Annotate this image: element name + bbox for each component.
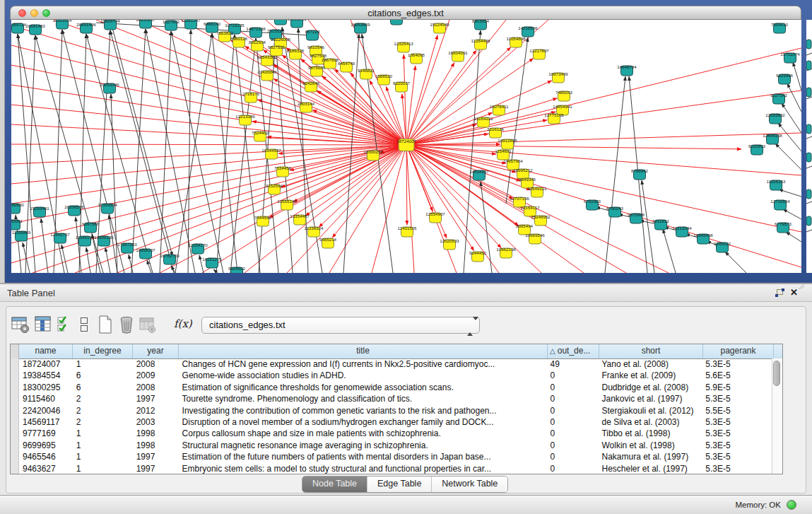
function-builder-icon[interactable]: f(x) — [174, 317, 192, 330]
table-cell[interactable]: Corpus callosum shape and size in male p… — [179, 428, 547, 439]
table-cell[interactable]: 1998 — [133, 440, 179, 451]
citation-edge-red[interactable] — [406, 145, 447, 238]
create-table-icon[interactable] — [96, 315, 114, 334]
table-cell[interactable]: 9463627 — [19, 463, 73, 474]
column-header-pagerank[interactable]: pagerank — [703, 344, 774, 358]
table-cell[interactable]: 49 — [547, 358, 599, 370]
table-cell[interactable]: 1998 — [133, 428, 179, 439]
table-row[interactable]: 1830029562008Estimation of significance … — [11, 382, 772, 393]
table-cell[interactable]: 1 — [73, 440, 133, 451]
tab-network-table[interactable]: Network Table — [432, 477, 507, 492]
citation-edge-black[interactable] — [783, 209, 801, 219]
table-cell[interactable]: 0 — [547, 382, 599, 393]
table-cell[interactable]: 0 — [547, 440, 599, 451]
show-columns-icon[interactable] — [34, 315, 52, 334]
citation-edge-black[interactable] — [663, 229, 676, 273]
table-cell[interactable]: 1997 — [133, 451, 179, 462]
table-cell[interactable]: 5.3E-5 — [702, 463, 772, 474]
table-cell[interactable]: 0 — [547, 416, 599, 428]
table-cell[interactable]: 1 — [73, 463, 133, 474]
tab-edge-table[interactable]: Edge Table — [367, 477, 432, 492]
table-cell[interactable]: 5.3E-5 — [702, 416, 772, 428]
row-height-icon[interactable] — [79, 315, 89, 334]
table-cell[interactable]: 2008 — [133, 382, 179, 393]
table-cell[interactable]: 5.3E-5 — [702, 358, 772, 370]
table-cell[interactable]: Disruption of a novel member of a sodium… — [179, 416, 547, 428]
table-cell[interactable]: 18724007 — [19, 358, 73, 370]
table-cell[interactable]: 19384554 — [19, 370, 73, 381]
citation-edge-red[interactable] — [406, 145, 801, 267]
citation-edge-red[interactable] — [305, 145, 406, 216]
column-header-title[interactable]: title — [179, 344, 548, 358]
column-header-short[interactable]: short — [599, 344, 703, 358]
table-cell[interactable]: Estimation of significance thresholds fo… — [179, 382, 547, 393]
table-cell[interactable]: 0 — [547, 370, 599, 381]
float-panel-icon[interactable] — [775, 288, 785, 298]
citation-edge-black[interactable] — [642, 180, 654, 273]
citation-edge-red[interactable] — [11, 144, 406, 145]
citation-edge-black[interactable] — [111, 94, 117, 273]
table-cell[interactable]: 2012 — [133, 405, 179, 416]
network-canvas[interactable]: 9355724206814831133161420691406158247441… — [11, 20, 801, 273]
table-cell[interactable]: 9699695 — [19, 440, 73, 451]
table-cell[interactable]: Tourette syndrome. Phenomenology and cla… — [179, 393, 547, 404]
table-row[interactable]: 1872400712008Changes of HCN gene express… — [11, 358, 772, 370]
column-header-in-degree[interactable]: in_degree — [73, 344, 133, 358]
citation-edge-red[interactable] — [11, 105, 406, 145]
delete-table-icon[interactable] — [117, 315, 136, 334]
citation-edge-black[interactable] — [213, 269, 218, 273]
table-cell[interactable]: Hescheler et al. (1997) — [598, 463, 702, 474]
citation-edge-black[interactable] — [230, 38, 256, 273]
table-cell[interactable]: Franke et al. (2009) — [598, 370, 702, 381]
node-table[interactable]: name in_degree year title △out_de... sho… — [10, 344, 783, 474]
citation-edge-black[interactable] — [298, 28, 308, 273]
citation-edge-red[interactable] — [11, 145, 406, 204]
citation-edge-black[interactable] — [105, 247, 110, 273]
select-rows-icon[interactable] — [57, 315, 72, 334]
citation-edge-black[interactable] — [110, 20, 172, 256]
table-cell[interactable]: Nakamura et al. (1997) — [598, 451, 702, 462]
table-body[interactable]: 1872400712008Changes of HCN gene express… — [11, 358, 772, 474]
table-cell[interactable]: Genome-wide association studies in ADHD. — [179, 370, 547, 381]
citation-edge-red[interactable] — [406, 145, 474, 251]
table-scrollbar[interactable] — [772, 358, 782, 474]
table-cell[interactable]: 0 — [547, 463, 599, 474]
table-cell[interactable]: 5.9E-5 — [702, 382, 772, 393]
network-window-titlebar[interactable]: citations_edges.txt — [10, 6, 801, 20]
citation-edge-red[interactable] — [319, 145, 406, 227]
table-cell[interactable]: 5.3E-5 — [702, 440, 772, 451]
table-cell[interactable]: 0 — [547, 451, 599, 462]
citation-edge-red[interactable] — [406, 50, 476, 145]
table-cell[interactable]: Embryonic stem cells: a model to study s… — [179, 463, 547, 474]
table-cell[interactable]: 1 — [73, 358, 133, 370]
memory-status-indicator[interactable] — [787, 500, 796, 510]
table-row[interactable]: 1456911722003Disruption of a novel membe… — [11, 416, 772, 428]
table-row[interactable]: 946554611997Estimation of the future num… — [11, 451, 772, 462]
table-cell[interactable]: 5.5E-5 — [702, 405, 772, 416]
table-cell[interactable]: Yano et al. (2008) — [598, 358, 702, 370]
citation-edge-black[interactable] — [464, 30, 481, 273]
column-header-year[interactable]: year — [133, 344, 179, 358]
table-cell[interactable]: 5.3E-5 — [702, 428, 772, 439]
table-cell[interactable]: de Silva et al. (2003) — [598, 416, 702, 428]
citation-edge-red[interactable] — [11, 124, 406, 145]
table-cell[interactable]: Estimation of the future numbers of pati… — [179, 451, 547, 462]
table-cell[interactable]: 2 — [73, 405, 133, 416]
table-cell[interactable]: 0 — [547, 393, 599, 404]
table-cell[interactable]: 18300295 — [19, 382, 73, 393]
graph-node[interactable] — [275, 20, 287, 25]
table-cell[interactable]: 2003 — [133, 416, 179, 428]
table-cell[interactable]: 9465546 — [19, 451, 73, 462]
table-cell[interactable]: 1997 — [133, 393, 179, 404]
citation-edge-red[interactable] — [406, 59, 534, 145]
table-cell[interactable]: 0 — [547, 428, 599, 439]
citation-edge-black[interactable] — [86, 247, 90, 273]
table-cell[interactable]: 1 — [73, 451, 133, 462]
citation-edge-red[interactable] — [406, 145, 414, 273]
table-cell[interactable]: 2 — [73, 393, 133, 404]
citation-edge-black[interactable] — [787, 83, 801, 112]
close-panel-icon[interactable]: ✕ — [790, 287, 798, 298]
table-cell[interactable]: Wolkin et al. (1998) — [598, 440, 702, 451]
table-cell[interactable]: 5.3E-5 — [702, 451, 772, 462]
citation-edge-red[interactable] — [245, 145, 406, 273]
